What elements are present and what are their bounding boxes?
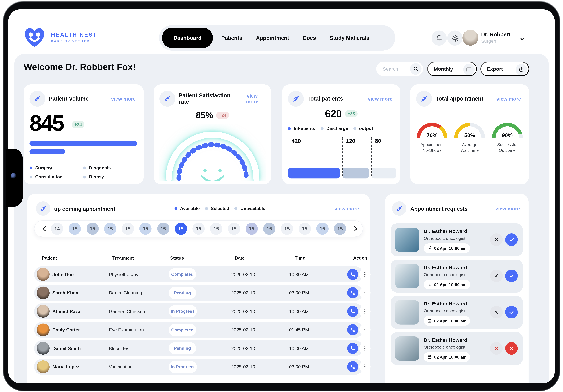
table-row: Emily Carter Eye Examination Completed 2… bbox=[34, 322, 363, 338]
search-input[interactable] bbox=[382, 66, 412, 72]
x-icon bbox=[508, 345, 515, 352]
row-menu-button[interactable] bbox=[359, 361, 371, 372]
availability-legend: AvailableSelectedUnavailable bbox=[174, 206, 265, 211]
column-header: Date bbox=[235, 255, 295, 261]
appointment-request-card: Dr. Esther Howard Orthopodic oncologist … bbox=[391, 332, 523, 365]
syringe-icon bbox=[392, 201, 407, 216]
row-menu-button[interactable] bbox=[359, 269, 371, 280]
legend-item: Available bbox=[174, 206, 200, 211]
syringe-icon bbox=[29, 91, 45, 107]
patient-name: Ahmed Raza bbox=[52, 309, 109, 314]
table-row: John Doe Physiotherapy Completed 2025-02… bbox=[34, 266, 363, 282]
date-pill[interactable]: 15 bbox=[316, 223, 328, 235]
accept-button[interactable] bbox=[505, 306, 518, 318]
nav-tab-dashboard[interactable]: Dashboard bbox=[162, 28, 213, 48]
view-more-link[interactable]: view more bbox=[366, 95, 395, 102]
period-select[interactable]: Monthly bbox=[427, 62, 477, 76]
panel-title: up coming appointment bbox=[54, 205, 115, 212]
date-pill[interactable]: 15 bbox=[157, 223, 169, 235]
date-pill[interactable]: 15 bbox=[299, 223, 311, 235]
table-row: Ahmed Raza General Checkup In Progress 2… bbox=[34, 303, 363, 319]
card-title: Patient Satisfaction rate bbox=[179, 92, 235, 105]
row-menu-button[interactable] bbox=[359, 342, 371, 354]
patients-segment: 120 bbox=[342, 137, 369, 178]
nav-tab-patients[interactable]: Patients bbox=[215, 35, 249, 41]
row-menu-button[interactable] bbox=[359, 324, 371, 335]
kebab-icon bbox=[364, 364, 366, 369]
accept-button[interactable] bbox=[505, 233, 518, 246]
legend-item: Biopsy bbox=[83, 175, 111, 180]
date-pill-selected[interactable]: 15 bbox=[175, 223, 187, 235]
upcoming-appointments-panel: up coming appointment AvailableSelectedU… bbox=[27, 194, 370, 383]
decline-button[interactable] bbox=[490, 306, 503, 318]
appointment-date: 2025-02-10 bbox=[231, 290, 289, 295]
patient-avatar bbox=[37, 342, 50, 355]
decline-button[interactable] bbox=[490, 270, 503, 282]
call-button[interactable] bbox=[347, 306, 358, 317]
date-pill[interactable]: 15 bbox=[104, 223, 116, 235]
date-pill[interactable]: 14 bbox=[51, 223, 63, 235]
gauge-caption: SuccessfulOutcome bbox=[486, 142, 528, 153]
phone-icon bbox=[350, 345, 356, 351]
date-pill[interactable]: 15 bbox=[281, 223, 293, 235]
legend-item: Surgery bbox=[29, 165, 83, 171]
export-button[interactable]: Export bbox=[480, 62, 529, 76]
calendar-icon bbox=[427, 318, 432, 323]
call-button[interactable] bbox=[347, 342, 358, 354]
page: HEALTH NEST CARE TOGETHER DashboardPatie… bbox=[0, 0, 563, 392]
phone-icon bbox=[350, 272, 356, 277]
chevron-left-icon bbox=[41, 225, 48, 232]
status-badge: Pending bbox=[169, 342, 196, 354]
search-icon[interactable] bbox=[410, 63, 422, 75]
dates-next-button[interactable] bbox=[350, 224, 358, 233]
nav-tab-appointment[interactable]: Appointment bbox=[249, 35, 296, 41]
user-avatar[interactable] bbox=[462, 30, 478, 46]
row-menu-button[interactable] bbox=[359, 306, 371, 317]
call-button[interactable] bbox=[347, 324, 358, 335]
date-pill[interactable]: 15 bbox=[192, 223, 205, 235]
phone-icon bbox=[350, 364, 356, 369]
page-title: Welcome Dr. Robbert Fox! bbox=[24, 62, 136, 72]
settings-button[interactable] bbox=[447, 31, 462, 46]
view-more-link[interactable]: view more bbox=[239, 93, 265, 105]
dates-track: 1415151515151515151515151515151515 bbox=[51, 223, 346, 235]
date-pill[interactable]: 15 bbox=[86, 223, 99, 235]
date-pill[interactable]: 15 bbox=[69, 223, 81, 235]
profile-menu-button[interactable] bbox=[516, 35, 524, 42]
date-pill[interactable]: 15 bbox=[263, 223, 275, 235]
date-pill[interactable]: 15 bbox=[228, 223, 240, 235]
x-icon bbox=[493, 273, 500, 279]
date-pill[interactable]: 15 bbox=[122, 223, 134, 235]
total-patients-card: Total patients view more 620 +28 InPatie… bbox=[282, 84, 400, 184]
dates-prev-button[interactable] bbox=[39, 224, 47, 233]
date-pill[interactable]: 15 bbox=[140, 223, 152, 235]
delta-badge: +24 bbox=[72, 121, 85, 128]
gauge-value: 70% bbox=[414, 132, 450, 138]
notifications-button[interactable] bbox=[432, 31, 447, 46]
view-more-link[interactable]: view more bbox=[494, 95, 523, 102]
view-more-link[interactable]: view more bbox=[493, 205, 522, 212]
total-appointment-card: Total appointment view more 70% Appointm… bbox=[410, 84, 529, 184]
decline-button[interactable] bbox=[490, 233, 503, 246]
call-button[interactable] bbox=[347, 269, 358, 280]
brand: HEALTH NEST CARE TOGETHER bbox=[51, 32, 97, 43]
treatment: Eye Examination bbox=[109, 327, 169, 332]
doctor-specialty: Orthopodic oncologist bbox=[424, 272, 465, 277]
appointment-date: 2025-02-10 bbox=[231, 345, 289, 351]
call-button[interactable] bbox=[347, 287, 358, 298]
accept-button[interactable] bbox=[505, 270, 518, 282]
view-more-link[interactable]: view more bbox=[109, 95, 138, 102]
call-button[interactable] bbox=[347, 361, 358, 372]
accept-button[interactable] bbox=[505, 342, 518, 355]
row-menu-button[interactable] bbox=[359, 287, 371, 298]
decline-button[interactable] bbox=[490, 342, 503, 355]
nav-tab-study-matierals[interactable]: Study Matierals bbox=[323, 35, 376, 41]
date-pill[interactable]: 15 bbox=[245, 223, 258, 235]
view-more-link[interactable]: view more bbox=[332, 205, 361, 212]
doctor-specialty: Orthopodic oncologist bbox=[424, 236, 465, 241]
check-icon bbox=[508, 273, 515, 279]
date-pill[interactable]: 15 bbox=[210, 223, 222, 235]
date-pill[interactable]: 15 bbox=[334, 223, 346, 235]
appointment-request-card: Dr. Esther Howard Orthopodic oncologist … bbox=[391, 296, 523, 329]
nav-tab-docs[interactable]: Docs bbox=[296, 35, 323, 41]
